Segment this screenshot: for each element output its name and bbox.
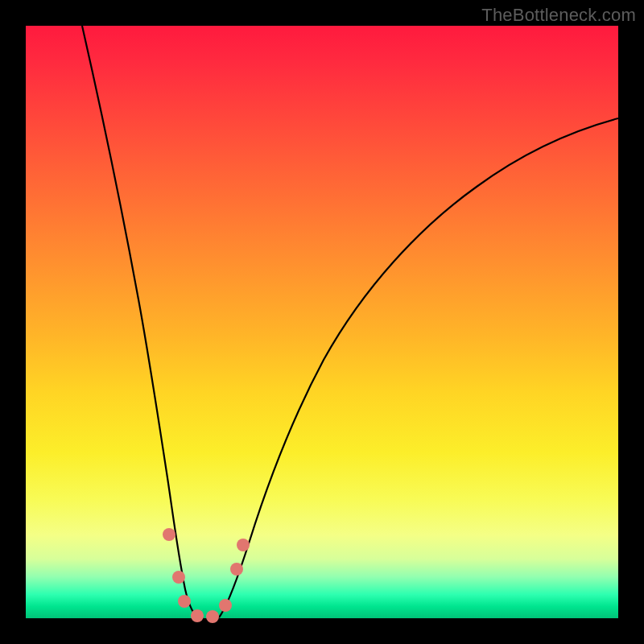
marker-dot (206, 610, 219, 623)
curve-left-branch (82, 26, 198, 617)
watermark-text: TheBottleneck.com (481, 5, 636, 26)
marker-dot (172, 571, 185, 584)
bottleneck-curve (26, 26, 618, 618)
marker-dot (178, 595, 191, 608)
curve-right-branch (219, 118, 618, 617)
marker-dot (191, 609, 204, 622)
marker-dot (219, 599, 232, 612)
marker-dot (237, 539, 250, 551)
marker-dot (163, 528, 175, 541)
chart-frame: TheBottleneck.com (0, 0, 644, 644)
marker-dot (230, 563, 243, 576)
